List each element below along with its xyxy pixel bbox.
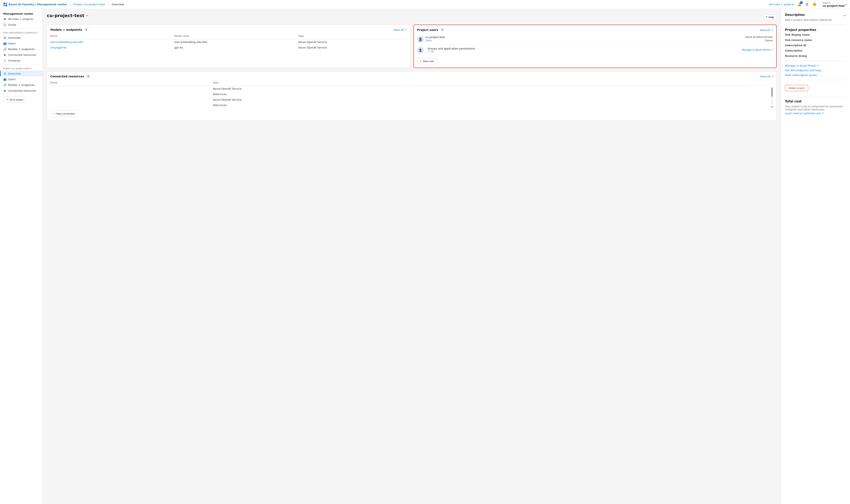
scrollbar-thumb[interactable] xyxy=(771,88,773,97)
project-selector[interactable]: Project cu-project-test ▾ xyxy=(820,2,847,7)
new-connection-button[interactable]: + New connection xyxy=(50,110,78,117)
users-view-all-link[interactable]: View all → xyxy=(760,29,773,32)
project-group-text: Project (cu-project-test) xyxy=(3,67,30,70)
delete-project-button[interactable]: Delete project xyxy=(785,85,808,91)
notification-button[interactable]: 🔔 1 xyxy=(797,2,802,7)
edit-title-button[interactable]: ✏ xyxy=(86,14,88,17)
new-user-label: New user xyxy=(423,60,434,63)
sidebar-label-quota: Quota xyxy=(8,23,16,26)
help-button[interactable]: ? Help xyxy=(763,15,777,20)
hub-group-text: Hub (aistudiotest-cu-westus) xyxy=(3,31,35,34)
manage-azure-portal-link[interactable]: Manage in Azure Portal ↗ xyxy=(742,49,773,51)
new-user-button[interactable]: + New user xyxy=(417,58,437,64)
sidebar-label-hub-overview: Overview xyxy=(8,36,21,39)
models-card-header: Models + endpoints 2 View all → xyxy=(50,28,407,31)
sidebar-label-proj-users: Users xyxy=(8,78,16,81)
resource-table-wrap: Name Type Azure OpenAI Service AIService… xyxy=(50,80,773,108)
sidebar-item-hub-compute[interactable]: ∿ Compute xyxy=(0,58,42,63)
learn-more-link[interactable]: Learn how to optimize cost ↗ xyxy=(785,112,846,115)
notification-badge: 1 xyxy=(800,1,803,4)
models-card-title: Models + endpoints xyxy=(50,28,82,31)
user-role2-0: Owner xyxy=(765,39,773,42)
main-area: cu-project-test ✏ ? Help Models + endpoi… xyxy=(43,9,850,504)
user-row-0: 👤 cu-project-test Azure AI Administrator… xyxy=(417,34,773,44)
account-button[interactable]: 😊 xyxy=(812,2,817,7)
connected-table-row: Azure OpenAI Service xyxy=(50,86,770,92)
user-avatar-0: 👤 xyxy=(417,36,424,42)
sidebar-item-hub-models[interactable]: 🔗 Models + endpoints xyxy=(0,46,42,52)
scrollbar-track xyxy=(771,87,773,105)
subscription-label: Subscription xyxy=(785,49,846,52)
right-divider3 xyxy=(785,80,846,80)
proj-connected-icon: ◈ xyxy=(3,89,6,92)
go-to-project-container: ↗ Go to project xyxy=(0,93,42,106)
sidebar-divider1 xyxy=(0,28,42,29)
description-edit-icon[interactable]: ✏ xyxy=(844,14,846,17)
sidebar-item-proj-models[interactable]: 🔗 Models + endpoints xyxy=(0,82,42,88)
connected-table: Name Type Azure OpenAI Service AIService… xyxy=(50,80,770,108)
sidebar-item-proj-overview[interactable]: ⊟ Overview xyxy=(0,71,42,76)
user-name-0: cu-project-test xyxy=(426,36,445,39)
sidebar-label-hub-connected: Connected resources xyxy=(8,53,36,56)
app-logo: Azure AI Foundry | Management center xyxy=(3,2,67,6)
view-quota-link[interactable]: View subscription quota xyxy=(785,73,846,76)
project-name: cu-project-test xyxy=(822,4,845,7)
models-card: Models + endpoints 2 View all → Name Mod… xyxy=(47,25,410,68)
sidebar-label-hub-users: Users xyxy=(8,42,16,45)
properties-title: Project properties xyxy=(785,28,846,32)
user-info-0: cu-project-test Azure AI Administrator (… xyxy=(426,36,773,42)
svg-rect-3 xyxy=(5,5,7,6)
resource-type-cell-3: AIServices xyxy=(213,103,770,108)
new-connection-label: New connection xyxy=(56,112,75,115)
sidebar-item-all-hubs[interactable]: ⊞ All hubs + projects xyxy=(0,16,42,22)
breadcrumb-project[interactable]: Project (cu-project-test) xyxy=(74,3,105,6)
connected-card: Connected resources 8 View all → Name Ty… xyxy=(47,71,777,120)
sidebar-item-hub-users[interactable]: 👥 Users xyxy=(0,40,42,46)
manage-portal-link[interactable]: Manage in Azure Portal ↗ xyxy=(785,64,846,67)
all-hubs-text[interactable]: All hubs + projects xyxy=(769,3,794,6)
right-divider4 xyxy=(785,96,846,96)
models-icon: 🔗 xyxy=(3,48,6,51)
resource-type-cell-1: AIServices xyxy=(213,91,770,97)
models-table: Name Model name Type text-embedding-ada-… xyxy=(50,34,407,50)
sidebar-item-quota[interactable]: ◫ Quota xyxy=(0,22,42,28)
models-view-all-link[interactable]: View all → xyxy=(393,28,406,31)
resource-name-cell-2 xyxy=(50,97,213,103)
topnav-right: All hubs + projects 🔔 1 ⚙ 😊 Project cu-p… xyxy=(769,2,847,7)
users-icon: 👥 xyxy=(3,42,6,45)
app-title: Azure AI Foundry | Management center xyxy=(8,3,67,6)
connected-view-all-link[interactable]: View all → xyxy=(760,75,773,78)
resource-type-cell-2: Azure OpenAI Service xyxy=(213,97,770,103)
model-name-link-0[interactable]: text-embedding-ada-002 xyxy=(50,40,83,43)
sidebar-label-all-hubs: All hubs + projects xyxy=(8,18,33,21)
go-to-project-button[interactable]: ↗ Go to project xyxy=(3,97,26,103)
sidebar-item-proj-users[interactable]: 👥 Users xyxy=(0,76,42,82)
sidebar-item-hub-connected[interactable]: ◈ Connected resources xyxy=(0,52,42,58)
logo-icon xyxy=(3,2,7,6)
model-name-link-1[interactable]: tonyegpt-4o xyxy=(50,46,67,49)
sidebar-item-proj-connected[interactable]: ◈ Connected resources xyxy=(0,88,42,93)
user-sub-0: (You) xyxy=(426,39,432,42)
proj-overview-icon: ⊟ xyxy=(3,72,6,75)
resource-group-label: Resource Group xyxy=(785,55,846,57)
sidebar-label-proj-models: Models + endpoints xyxy=(8,84,34,87)
description-title: Description xyxy=(785,13,805,17)
project-chevron-icon2: ▾ xyxy=(31,67,32,70)
settings-button[interactable]: ⚙ xyxy=(805,2,809,7)
user-main-row-0: cu-project-test Azure AI Administrator xyxy=(426,36,773,39)
project-label: Project xyxy=(822,2,845,4)
sidebar-item-hub-overview[interactable]: ⊟ Overview xyxy=(0,35,42,40)
help-label: Help xyxy=(768,16,774,19)
hub-resource-label: Hub resource name xyxy=(785,39,846,41)
project-users-card: Project users 3 View all → 👤 cu-project-… xyxy=(414,25,777,68)
connected-card-title: Connected resources xyxy=(50,75,84,78)
grid-icon: ⊞ xyxy=(3,17,6,21)
breadcrumb-overview: Overview xyxy=(112,3,124,6)
connected-icon: ◈ xyxy=(3,53,6,56)
subscription-id-label: Subscription ID xyxy=(785,44,846,47)
get-api-link[interactable]: Get API endpoints and keys xyxy=(785,69,846,72)
resource-name-cell-0 xyxy=(50,86,213,92)
total-cost-title: Total cost xyxy=(785,100,846,103)
project-group-label: Project (cu-project-test) ▾ xyxy=(0,65,42,71)
scroll-down-arrow[interactable]: ▼ xyxy=(771,106,773,108)
